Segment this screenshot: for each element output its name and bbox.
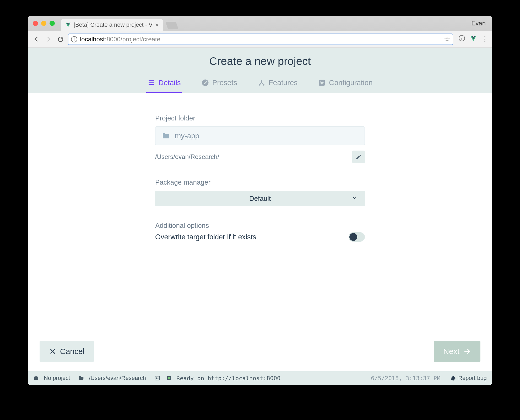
project-folder-label: Project folder	[155, 114, 365, 122]
overwrite-toggle[interactable]	[349, 232, 365, 242]
browser-profile[interactable]: Evan	[471, 20, 486, 27]
status-project[interactable]: No project	[44, 375, 70, 382]
app-header: Create a new project Details Presets Fea…	[28, 48, 492, 93]
package-manager-value: Default	[249, 195, 271, 203]
browser-tab[interactable]: [Beta] Create a new project - V ×	[61, 19, 163, 31]
minimize-window-button[interactable]	[41, 21, 46, 26]
tab-title: [Beta] Create a new project - V	[74, 21, 153, 28]
report-bug-label: Report bug	[458, 375, 487, 382]
status-cwd[interactable]: /Users/evan/Research	[89, 375, 146, 382]
svg-rect-9	[155, 376, 160, 380]
project-folder-path: /Users/evan/Research/	[155, 153, 219, 161]
tab-label: Details	[158, 79, 181, 87]
svg-point-8	[321, 82, 323, 84]
package-manager-section: Package manager Default	[155, 178, 365, 206]
folder-icon	[78, 375, 84, 381]
browser-toolbar: i localhost:8000/project/create ☆ ⋮	[28, 31, 492, 48]
browser-extensions: ⋮	[456, 35, 488, 43]
vue-devtools-icon[interactable]	[470, 35, 477, 43]
status-timestamp: 6/5/2018, 3:13:37 PM	[371, 375, 440, 382]
overwrite-label: Overwrite target folder if it exists	[155, 233, 256, 241]
package-manager-select[interactable]: Default	[155, 191, 365, 206]
project-folder-path-row: /Users/evan/Research/	[155, 151, 365, 163]
tab-features[interactable]: Features	[257, 75, 299, 93]
page-title: Create a new project	[209, 55, 311, 68]
browser-window: [Beta] Create a new project - V × Evan i…	[28, 16, 492, 385]
tab-label: Features	[269, 79, 298, 87]
project-folder-section: Project folder my-app /Users/evan/Resear…	[155, 114, 365, 163]
status-ready: Ready on http://localhost:8000	[176, 375, 280, 382]
additional-options-label: Additional options	[155, 222, 365, 230]
briefcase-icon	[33, 375, 39, 381]
status-indicator-icon	[166, 375, 172, 381]
site-info-icon[interactable]: i	[71, 36, 77, 42]
close-window-button[interactable]	[33, 21, 38, 26]
report-bug-button[interactable]: Report bug	[450, 375, 487, 382]
url-text: localhost:8000/project/create	[80, 36, 160, 43]
next-button[interactable]: Next	[434, 341, 480, 362]
folder-icon	[162, 132, 170, 140]
back-button[interactable]	[32, 35, 41, 44]
maximize-window-button[interactable]	[50, 21, 55, 26]
pencil-icon	[355, 154, 362, 160]
tab-presets[interactable]: Presets	[200, 75, 238, 93]
tab-details[interactable]: Details	[146, 75, 182, 93]
terminal-icon[interactable]	[154, 375, 160, 381]
svg-rect-11	[168, 377, 170, 379]
list-icon	[147, 79, 155, 87]
vue-favicon-icon	[65, 22, 71, 28]
bookmark-star-icon[interactable]: ☆	[444, 35, 450, 43]
footer-actions: Cancel Next	[28, 341, 492, 371]
status-bar: No project /Users/evan/Research Ready on…	[28, 371, 492, 385]
tab-label: Presets	[212, 79, 237, 87]
close-tab-icon[interactable]: ×	[155, 21, 159, 29]
cancel-button[interactable]: Cancel	[40, 341, 94, 362]
address-bar[interactable]: i localhost:8000/project/create ☆	[68, 34, 453, 45]
package-manager-label: Package manager	[155, 178, 365, 186]
settings-icon	[318, 79, 326, 87]
toggle-knob	[349, 233, 357, 241]
bug-icon	[450, 375, 456, 381]
chevron-down-icon	[352, 195, 358, 203]
next-label: Next	[443, 347, 459, 356]
window-controls	[33, 21, 55, 26]
browser-menu-icon[interactable]: ⋮	[481, 35, 488, 43]
close-icon	[49, 348, 56, 355]
tab-configuration[interactable]: Configuration	[317, 75, 374, 93]
arrow-right-icon	[463, 347, 471, 355]
check-circle-icon	[201, 79, 209, 87]
project-folder-input[interactable]: my-app	[155, 126, 365, 145]
forward-button[interactable]	[44, 35, 53, 44]
overwrite-option-row: Overwrite target folder if it exists	[155, 232, 365, 242]
page-info-icon[interactable]	[458, 35, 465, 43]
additional-options-section: Additional options Overwrite target fold…	[155, 222, 365, 242]
new-tab-button[interactable]	[165, 22, 178, 29]
browser-tabbar: [Beta] Create a new project - V × Evan	[28, 16, 492, 31]
wizard-tabs: Details Presets Features Configuration	[146, 75, 374, 93]
form-content: Project folder my-app /Users/evan/Resear…	[28, 93, 492, 341]
svg-point-4	[261, 80, 262, 81]
project-folder-value: my-app	[175, 132, 199, 140]
tab-label: Configuration	[329, 79, 373, 87]
edit-path-button[interactable]	[352, 151, 365, 163]
hub-icon	[258, 79, 266, 87]
reload-button[interactable]	[56, 35, 65, 44]
app-root: Create a new project Details Presets Fea…	[28, 48, 492, 385]
cancel-label: Cancel	[60, 347, 84, 356]
